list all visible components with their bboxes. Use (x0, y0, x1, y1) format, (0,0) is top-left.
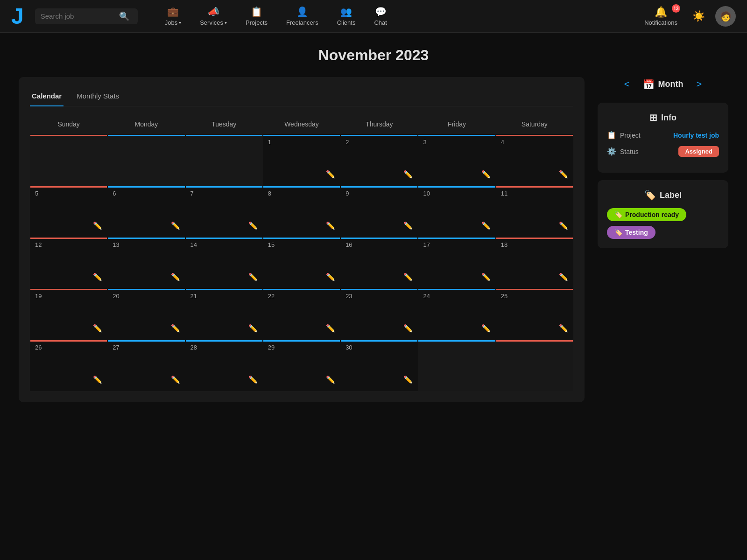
edit-icon[interactable]: ✏️ (248, 324, 258, 333)
nav-item-freelancers[interactable]: 👤 Freelancers (278, 3, 327, 29)
edit-icon[interactable]: ✏️ (559, 273, 568, 281)
edit-icon[interactable]: ✏️ (559, 170, 568, 179)
cal-cell-3[interactable]: 3 ✏️ (418, 134, 495, 186)
edit-icon[interactable]: ✏️ (403, 324, 413, 333)
edit-icon[interactable]: ✏️ (93, 375, 102, 384)
nav-item-services[interactable]: 📣 Services ▾ (191, 3, 235, 29)
notifications-button[interactable]: 🔔 13 Notifications (640, 3, 682, 29)
edit-icon[interactable]: ✏️ (326, 221, 335, 230)
label-items: 🏷️Production ready🏷️Testing (607, 208, 719, 239)
edit-icon[interactable]: ✏️ (481, 170, 491, 179)
cal-cell-6[interactable]: 6 ✏️ (107, 186, 185, 237)
cal-cell-20[interactable]: 20 ✏️ (107, 288, 185, 340)
edit-icon[interactable]: ✏️ (559, 324, 568, 333)
cal-cell-30[interactable]: 30 ✏️ (340, 340, 418, 391)
next-month-button[interactable]: > (692, 77, 705, 91)
edit-icon[interactable]: ✏️ (93, 221, 102, 230)
cal-cell-19[interactable]: 19 ✏️ (30, 288, 107, 340)
cal-cell-5[interactable]: 5 ✏️ (30, 186, 107, 237)
edit-icon[interactable]: ✏️ (326, 170, 335, 179)
cal-cell-25[interactable]: 25 ✏️ (496, 288, 573, 340)
info-panel-title: ⊞ Info (607, 112, 719, 123)
content-layout: Calendar Monthly Stats SundayMondayTuesd… (19, 77, 728, 402)
edit-icon[interactable]: ✏️ (481, 273, 491, 281)
cal-cell-2[interactable]: 2 ✏️ (340, 134, 418, 186)
cal-date-num: 18 (501, 241, 568, 248)
cal-cell-16[interactable]: 16 ✏️ (340, 237, 418, 288)
search-input[interactable] (41, 12, 115, 20)
user-avatar[interactable]: 🧑 (715, 6, 736, 27)
app-logo[interactable]: J (11, 5, 24, 28)
edit-icon[interactable]: ✏️ (171, 324, 180, 333)
cal-cell-9[interactable]: 9 ✏️ (340, 186, 418, 237)
edit-icon[interactable]: ✏️ (248, 273, 258, 281)
theme-toggle-button[interactable]: ☀️ (690, 7, 708, 25)
edit-icon[interactable]: ✏️ (248, 221, 258, 230)
edit-icon[interactable]: ✏️ (403, 221, 413, 230)
cal-cell-7[interactable]: 7 ✏️ (185, 186, 263, 237)
chat-nav-label: Chat (374, 19, 387, 26)
nav-item-chat[interactable]: 💬 Chat (366, 3, 395, 29)
cal-date-num: 7 (190, 190, 258, 197)
cal-date-num: 9 (345, 190, 413, 197)
cal-date-num: 20 (113, 293, 180, 300)
tab-calendar[interactable]: Calendar (30, 88, 63, 106)
tab-monthly-stats[interactable]: Monthly Stats (75, 88, 121, 106)
edit-icon[interactable]: ✏️ (171, 375, 180, 384)
cal-cell-18[interactable]: 18 ✏️ (496, 237, 573, 288)
edit-icon[interactable]: ✏️ (248, 375, 258, 384)
cal-cell-26[interactable]: 26 ✏️ (30, 340, 107, 391)
search-bar[interactable]: 🔍 (35, 8, 138, 24)
jobs-nav-icon: 💼 (167, 6, 179, 17)
edit-icon[interactable]: ✏️ (403, 375, 413, 384)
cal-cell-17[interactable]: 17 ✏️ (418, 237, 495, 288)
label-chip-testing[interactable]: 🏷️Testing (607, 226, 655, 239)
edit-icon[interactable]: ✏️ (93, 273, 102, 281)
day-header-friday: Friday (418, 116, 495, 134)
cal-cell-23[interactable]: 23 ✏️ (340, 288, 418, 340)
cal-cell-11[interactable]: 11 ✏️ (496, 186, 573, 237)
nav-item-clients[interactable]: 👥 Clients (329, 3, 364, 29)
project-value[interactable]: Hourly test job (673, 132, 719, 139)
cal-cell-29[interactable]: 29 ✏️ (263, 340, 340, 391)
cal-cell-21[interactable]: 21 ✏️ (185, 288, 263, 340)
label-chip-production-ready[interactable]: 🏷️Production ready (607, 208, 686, 221)
cal-cell-8[interactable]: 8 ✏️ (263, 186, 340, 237)
edit-icon[interactable]: ✏️ (403, 170, 413, 179)
cal-date-num: 14 (190, 241, 258, 248)
grid-icon: ⊞ (649, 112, 657, 123)
right-sidebar: < 📅 Month > ⊞ Info 📋 Project (598, 77, 728, 248)
project-icon: 📋 (607, 131, 616, 140)
cal-date-num: 22 (268, 293, 335, 300)
cal-cell-4[interactable]: 4 ✏️ (496, 134, 573, 186)
cal-cell-13[interactable]: 13 ✏️ (107, 237, 185, 288)
cal-cell-10[interactable]: 10 ✏️ (418, 186, 495, 237)
edit-icon[interactable]: ✏️ (93, 324, 102, 333)
prev-month-button[interactable]: < (620, 77, 634, 91)
edit-icon[interactable]: ✏️ (326, 273, 335, 281)
edit-icon[interactable]: ✏️ (171, 221, 180, 230)
calendar-tabs: Calendar Monthly Stats (30, 88, 573, 106)
cal-cell-1[interactable]: 1 ✏️ (263, 134, 340, 186)
cal-cell-15[interactable]: 15 ✏️ (263, 237, 340, 288)
cal-cell-24[interactable]: 24 ✏️ (418, 288, 495, 340)
edit-icon[interactable]: ✏️ (326, 375, 335, 384)
cal-cell-14[interactable]: 14 ✏️ (185, 237, 263, 288)
cal-date-num: 28 (190, 344, 258, 351)
edit-icon[interactable]: ✏️ (481, 324, 491, 333)
edit-icon[interactable]: ✏️ (481, 221, 491, 230)
edit-icon[interactable]: ✏️ (403, 273, 413, 281)
nav-item-jobs[interactable]: 💼 Jobs ▾ (156, 3, 190, 29)
cal-cell-12[interactable]: 12 ✏️ (30, 237, 107, 288)
main-content: November 2023 Calendar Monthly Stats Sun… (0, 33, 747, 416)
cal-date-num: 13 (113, 241, 180, 248)
edit-icon[interactable]: ✏️ (559, 221, 568, 230)
edit-icon[interactable]: ✏️ (326, 324, 335, 333)
nav-item-projects[interactable]: 📋 Projects (237, 3, 276, 29)
cal-date-num: 19 (35, 293, 102, 300)
edit-icon[interactable]: ✏️ (171, 273, 180, 281)
cal-cell-27[interactable]: 27 ✏️ (107, 340, 185, 391)
cal-cell-22[interactable]: 22 ✏️ (263, 288, 340, 340)
freelancers-nav-icon: 👤 (296, 6, 308, 17)
cal-cell-28[interactable]: 28 ✏️ (185, 340, 263, 391)
